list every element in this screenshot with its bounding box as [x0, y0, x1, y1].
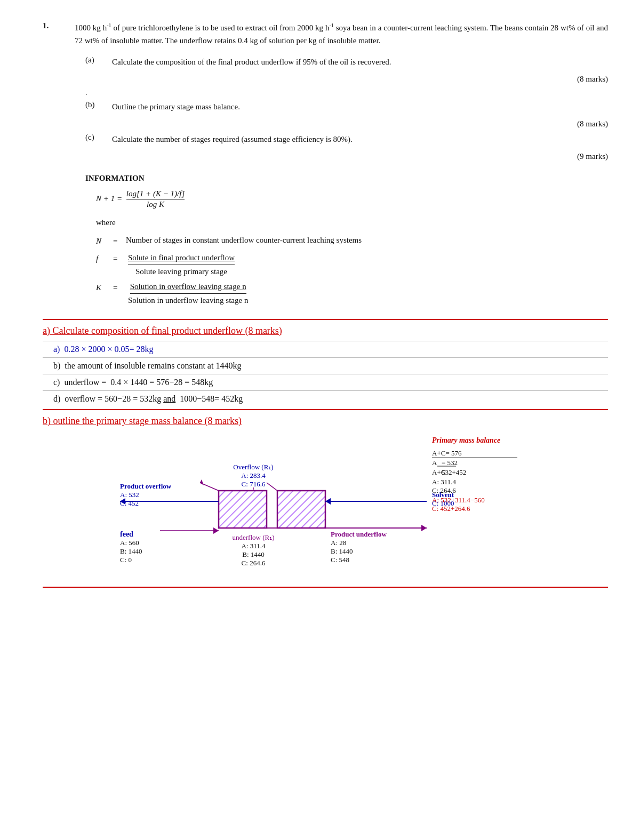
question-text: 1000 kg h-1 of pure trichloroethylene is…: [75, 21, 608, 47]
information-section: INFORMATION N + 1 = log[1 + (K − 1)/f] l…: [85, 174, 608, 306]
where-label: where: [96, 215, 608, 230]
overflow-arrow-middle: [267, 483, 277, 491]
def-eq-N: =: [113, 234, 122, 249]
red-divider-2: [43, 409, 608, 410]
formula-denominator: log K: [147, 199, 164, 209]
underflow-A: A: 311.4: [241, 542, 266, 550]
info-title: INFORMATION: [85, 174, 608, 183]
f-numerator: Solute in final product underflow: [128, 252, 235, 265]
formula-block: N + 1 = log[1 + (K − 1)/f] log K: [96, 189, 608, 209]
underflow-r1-label: underflow (R₁): [232, 533, 274, 541]
underflow-C: C: 264.6: [242, 559, 266, 567]
answer-a-line-4: d) overflow = 560−28 = 532kg and 1000−54…: [53, 394, 608, 404]
pmb-A-val: A: 311.4: [432, 478, 457, 486]
sub-q-a: (a) Calculate the composition of the fin…: [85, 55, 608, 68]
sub-label-b: (b): [85, 100, 101, 113]
dot-separator: .: [85, 88, 608, 97]
def-var-f: f: [96, 252, 109, 266]
K-numerator: Solution in overflow leaving stage n: [130, 281, 246, 294]
underflow-arrowhead: [421, 525, 427, 531]
page: 1. 1000 kg h-1 of pure trichloroethylene…: [0, 0, 640, 614]
marks-b: (8 marks): [85, 119, 608, 129]
f-denominator: Solute leaving primary stage: [135, 265, 227, 278]
product-underflow-B: B: 1440: [331, 547, 353, 555]
sub-text-a: Calculate the composition of the final p…: [112, 55, 608, 68]
question-block: 1. 1000 kg h-1 of pure trichloroethylene…: [43, 21, 608, 161]
def-eq-f: =: [113, 252, 122, 266]
product-overflow-A: A: 532: [120, 491, 139, 499]
def-var-K: K: [96, 281, 109, 295]
pmb-line-frac-den-val: 532+452: [442, 468, 466, 476]
f-fraction: Solute in final product underflow Solute…: [128, 252, 235, 277]
feed-C: C: 0: [120, 556, 132, 564]
def-text-K: Solution in overflow leaving stage n Sol…: [126, 281, 608, 306]
gray-divider-1: [43, 341, 608, 341]
answer-a-line-2: b) the amount of insoluble remains const…: [53, 361, 608, 371]
marks-c: (9 marks): [85, 152, 608, 161]
pmb-line-frac-num-val: = 532: [442, 459, 458, 467]
stage-box-1: [219, 491, 267, 528]
stage-box-2: [277, 491, 325, 528]
sub-text-c: Calculate the number of stages required …: [112, 133, 608, 146]
feed-A: A: 560: [120, 539, 139, 547]
sub-text-b: Outline the primary stage mass balance.: [112, 100, 608, 113]
gray-divider-3: [43, 374, 608, 374]
answer-a-line-1: a) 0.28 × 2000 × 0.05= 28kg: [53, 345, 608, 354]
overflow-r1-label: Overflow (R₁): [233, 463, 273, 471]
sub-label-a: (a): [85, 55, 101, 68]
product-overflow-label: Product overflow: [120, 482, 172, 490]
answer-a-heading: a) Calculate composition of final produc…: [43, 325, 608, 337]
diagram-container: Overflow (R₁) A: 283.4 C: 716.6 Product …: [43, 432, 608, 581]
diagram-section: Overflow (R₁) A: 283.4 C: 716.6 Product …: [43, 432, 608, 581]
sub-questions: (a) Calculate the composition of the fin…: [85, 55, 608, 161]
def-N: N = Number of stages in constant underfl…: [96, 234, 608, 249]
pmb-line-frac-A: A: [432, 459, 437, 467]
question-number: 1.: [43, 21, 64, 47]
product-overflow-C: C: 452: [120, 499, 139, 507]
feed-arrowhead: [213, 527, 219, 534]
overflow-arrow-head-left: [200, 479, 204, 485]
answer-a-line-3: c) underflow = 0.4 × 1440 = 576−28 = 548…: [53, 378, 608, 387]
gray-divider-4: [43, 390, 608, 391]
sub-q-c: (c) Calculate the number of stages requi…: [85, 133, 608, 146]
def-text-N: Number of stages in constant underflow c…: [126, 234, 608, 246]
def-eq-K: =: [113, 281, 122, 295]
solvent-arrowhead: [325, 498, 331, 505]
pmb-line-1: A+C= 576: [432, 449, 462, 457]
K-fraction: Solution in overflow leaving stage n Sol…: [128, 281, 248, 306]
feed-label: feed: [120, 530, 133, 538]
diagram-svg: Overflow (R₁) A: 283.4 C: 716.6 Product …: [43, 432, 608, 581]
sub-label-c: (c): [85, 133, 101, 146]
underflow-B: B: 1440: [242, 550, 265, 558]
pmb-C-calc: C: 452+264.6: [432, 505, 470, 513]
def-K: K = Solution in overflow leaving stage n…: [96, 281, 608, 306]
K-denominator: Solution in underflow leaving stage n: [128, 294, 248, 307]
pmb-title: Primary mass balance: [432, 436, 500, 444]
marks-a: (8 marks): [85, 75, 608, 84]
gray-divider-2: [43, 357, 608, 358]
red-divider-1: [43, 319, 608, 320]
def-text-f: Solute in final product underflow Solute…: [126, 252, 608, 277]
product-underflow-C: C: 548: [331, 556, 349, 564]
overflow-C: C: 716.6: [242, 480, 266, 488]
product-underflow-A: A: 28: [331, 539, 346, 547]
feed-B: B: 1440: [120, 547, 142, 555]
formula-lhs: N + 1 =: [96, 194, 124, 203]
red-divider-3: [43, 587, 608, 588]
def-var-N: N: [96, 234, 109, 249]
pmb-A-calc: A: 532+311.4−560: [432, 496, 485, 504]
where-block: where N = Number of stages in constant u…: [96, 215, 608, 306]
sub-q-b: (b) Outline the primary stage mass balan…: [85, 100, 608, 113]
formula-fraction: log[1 + (K − 1)/f] log K: [126, 189, 185, 209]
pmb-C-val: C: 264.6: [432, 486, 456, 494]
formula-numerator: log[1 + (K − 1)/f]: [126, 189, 185, 199]
answer-b-heading: b) outline the primary stage mass balanc…: [43, 415, 608, 427]
overflow-A: A: 283.4: [241, 471, 266, 479]
product-underflow-label: Product underflow: [331, 530, 387, 538]
def-f: f = Solute in final product underflow So…: [96, 252, 608, 277]
